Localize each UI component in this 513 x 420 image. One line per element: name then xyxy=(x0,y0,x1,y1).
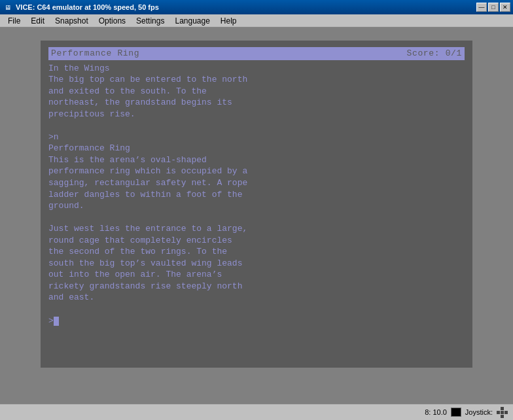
title-bar-left: 🖥 VICE: C64 emulator at 100% speed, 50 f… xyxy=(3,2,159,12)
c64-screen[interactable]: Performance Ring Score: 0/1 In the Wings… xyxy=(41,41,472,368)
app-icon: 🖥 xyxy=(3,2,13,12)
window-title: VICE: C64 emulator at 100% speed, 50 fps xyxy=(16,3,159,11)
joystick-label: Joystick: xyxy=(465,408,493,416)
cursor xyxy=(54,317,59,326)
main-area: Performance Ring Score: 0/1 In the Wings… xyxy=(0,27,513,420)
menu-settings[interactable]: Settings xyxy=(131,15,169,27)
c64-header-location: Performance Ring xyxy=(51,48,139,60)
c64-header-score: Score: 0/1 xyxy=(406,48,462,60)
menu-file[interactable]: File xyxy=(3,15,26,27)
menu-options[interactable]: Options xyxy=(94,15,131,27)
menu-edit[interactable]: Edit xyxy=(26,15,50,27)
position-indicator: 8: 10.0 xyxy=(425,408,447,416)
status-box xyxy=(451,408,461,417)
minimize-button[interactable]: — xyxy=(476,3,487,12)
status-right: 8: 10.0 Joystick: xyxy=(425,407,508,418)
menu-language[interactable]: Language xyxy=(169,15,215,27)
menu-bar: File Edit Snapshot Options Settings Lang… xyxy=(0,14,513,27)
title-bar: 🖥 VICE: C64 emulator at 100% speed, 50 f… xyxy=(0,0,513,14)
joystick-icon xyxy=(497,407,508,418)
c64-header: Performance Ring Score: 0/1 xyxy=(48,47,465,60)
close-button[interactable]: ✕ xyxy=(500,3,510,12)
maximize-button[interactable]: □ xyxy=(488,3,499,12)
status-bar: 8: 10.0 Joystick: xyxy=(0,404,513,420)
window-controls: — □ ✕ xyxy=(476,3,510,12)
menu-help[interactable]: Help xyxy=(215,15,242,27)
menu-snapshot[interactable]: Snapshot xyxy=(50,15,94,27)
c64-content: In the Wings The big top can be entered … xyxy=(48,63,465,327)
